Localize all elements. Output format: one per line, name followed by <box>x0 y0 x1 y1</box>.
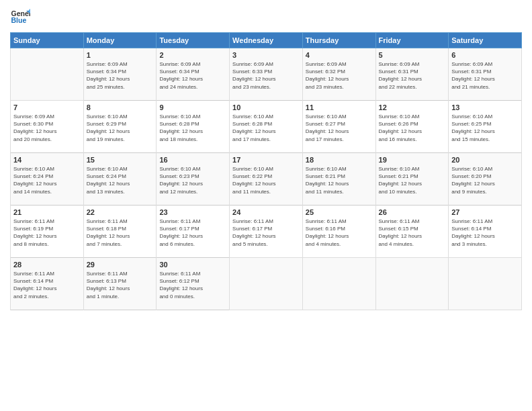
calendar-cell <box>230 258 303 310</box>
col-header-sunday: Sunday <box>11 33 84 48</box>
day-info: Sunrise: 6:09 AM Sunset: 6:31 PM Dayligh… <box>451 60 519 91</box>
week-row-4: 21Sunrise: 6:11 AM Sunset: 6:19 PM Dayli… <box>11 205 522 258</box>
day-info: Sunrise: 6:11 AM Sunset: 6:16 PM Dayligh… <box>306 218 373 248</box>
calendar-cell: 1Sunrise: 6:09 AM Sunset: 6:34 PM Daylig… <box>83 48 157 101</box>
day-number: 17 <box>232 156 300 164</box>
calendar-cell: 22Sunrise: 6:11 AM Sunset: 6:18 PM Dayli… <box>83 205 157 258</box>
calendar-cell: 6Sunrise: 6:09 AM Sunset: 6:31 PM Daylig… <box>449 48 522 101</box>
calendar-cell <box>302 258 375 310</box>
day-number: 5 <box>379 51 446 59</box>
day-number: 27 <box>451 208 519 216</box>
calendar-cell <box>11 48 84 101</box>
calendar-cell: 30Sunrise: 6:11 AM Sunset: 6:12 PM Dayli… <box>157 258 230 310</box>
day-number: 6 <box>451 51 519 59</box>
day-number: 20 <box>451 156 519 164</box>
calendar-cell: 3Sunrise: 6:09 AM Sunset: 6:33 PM Daylig… <box>230 48 303 101</box>
calendar-cell: 13Sunrise: 6:10 AM Sunset: 6:25 PM Dayli… <box>449 101 522 153</box>
col-header-wednesday: Wednesday <box>230 33 303 48</box>
calendar-cell: 2Sunrise: 6:09 AM Sunset: 6:34 PM Daylig… <box>157 48 230 101</box>
day-number: 13 <box>451 103 519 111</box>
calendar-cell: 12Sunrise: 6:10 AM Sunset: 6:26 PM Dayli… <box>375 101 449 153</box>
week-row-5: 28Sunrise: 6:11 AM Sunset: 6:14 PM Dayli… <box>11 258 522 310</box>
calendar-cell: 20Sunrise: 6:10 AM Sunset: 6:20 PM Dayli… <box>449 153 522 205</box>
calendar-cell: 17Sunrise: 6:10 AM Sunset: 6:22 PM Dayli… <box>230 153 303 205</box>
day-number: 24 <box>232 208 300 216</box>
col-header-saturday: Saturday <box>449 33 522 48</box>
day-number: 1 <box>87 51 154 59</box>
calendar-cell: 15Sunrise: 6:10 AM Sunset: 6:24 PM Dayli… <box>83 153 157 205</box>
day-info: Sunrise: 6:11 AM Sunset: 6:12 PM Dayligh… <box>159 270 226 300</box>
day-info: Sunrise: 6:11 AM Sunset: 6:19 PM Dayligh… <box>13 218 81 248</box>
day-number: 9 <box>159 103 226 111</box>
col-header-thursday: Thursday <box>302 33 375 48</box>
calendar-cell: 25Sunrise: 6:11 AM Sunset: 6:16 PM Dayli… <box>302 205 375 258</box>
day-info: Sunrise: 6:10 AM Sunset: 6:26 PM Dayligh… <box>379 113 446 143</box>
day-info: Sunrise: 6:10 AM Sunset: 6:20 PM Dayligh… <box>451 165 519 195</box>
calendar-cell: 29Sunrise: 6:11 AM Sunset: 6:13 PM Dayli… <box>83 258 157 310</box>
day-number: 14 <box>13 156 81 164</box>
day-info: Sunrise: 6:09 AM Sunset: 6:33 PM Dayligh… <box>232 60 300 91</box>
calendar-cell: 10Sunrise: 6:10 AM Sunset: 6:28 PM Dayli… <box>230 101 303 153</box>
day-info: Sunrise: 6:10 AM Sunset: 6:28 PM Dayligh… <box>159 113 226 143</box>
day-info: Sunrise: 6:11 AM Sunset: 6:17 PM Dayligh… <box>232 218 300 248</box>
calendar-cell: 8Sunrise: 6:10 AM Sunset: 6:29 PM Daylig… <box>83 101 157 153</box>
day-info: Sunrise: 6:09 AM Sunset: 6:31 PM Dayligh… <box>379 60 446 91</box>
day-info: Sunrise: 6:11 AM Sunset: 6:14 PM Dayligh… <box>13 270 81 300</box>
day-info: Sunrise: 6:11 AM Sunset: 6:14 PM Dayligh… <box>451 218 519 248</box>
calendar-cell <box>449 258 522 310</box>
day-number: 15 <box>87 156 154 164</box>
day-number: 2 <box>159 51 226 59</box>
calendar-table: SundayMondayTuesdayWednesdayThursdayFrid… <box>10 32 522 310</box>
day-info: Sunrise: 6:09 AM Sunset: 6:32 PM Dayligh… <box>306 60 373 91</box>
day-info: Sunrise: 6:10 AM Sunset: 6:23 PM Dayligh… <box>159 165 226 195</box>
day-number: 10 <box>232 103 300 111</box>
day-number: 28 <box>13 261 81 269</box>
day-info: Sunrise: 6:10 AM Sunset: 6:25 PM Dayligh… <box>451 113 519 143</box>
page: General Blue SundayMondayTuesdayWednesda… <box>0 0 532 411</box>
day-info: Sunrise: 6:10 AM Sunset: 6:27 PM Dayligh… <box>306 113 373 143</box>
day-number: 16 <box>159 156 226 164</box>
week-row-1: 1Sunrise: 6:09 AM Sunset: 6:34 PM Daylig… <box>11 48 522 101</box>
day-number: 29 <box>87 261 154 269</box>
header-row: SundayMondayTuesdayWednesdayThursdayFrid… <box>11 33 522 48</box>
calendar-cell: 7Sunrise: 6:09 AM Sunset: 6:30 PM Daylig… <box>11 101 84 153</box>
calendar-cell: 23Sunrise: 6:11 AM Sunset: 6:17 PM Dayli… <box>157 205 230 258</box>
day-info: Sunrise: 6:09 AM Sunset: 6:34 PM Dayligh… <box>87 60 154 91</box>
day-number: 22 <box>87 208 154 216</box>
day-number: 18 <box>306 156 373 164</box>
calendar-cell: 14Sunrise: 6:10 AM Sunset: 6:24 PM Dayli… <box>11 153 84 205</box>
calendar-cell: 28Sunrise: 6:11 AM Sunset: 6:14 PM Dayli… <box>11 258 84 310</box>
day-number: 25 <box>306 208 373 216</box>
day-info: Sunrise: 6:10 AM Sunset: 6:21 PM Dayligh… <box>379 165 446 195</box>
day-info: Sunrise: 6:11 AM Sunset: 6:18 PM Dayligh… <box>87 218 154 248</box>
week-row-2: 7Sunrise: 6:09 AM Sunset: 6:30 PM Daylig… <box>11 101 522 153</box>
calendar-cell: 5Sunrise: 6:09 AM Sunset: 6:31 PM Daylig… <box>375 48 449 101</box>
day-info: Sunrise: 6:10 AM Sunset: 6:29 PM Dayligh… <box>87 113 154 143</box>
day-number: 12 <box>379 103 446 111</box>
calendar-cell: 19Sunrise: 6:10 AM Sunset: 6:21 PM Dayli… <box>375 153 449 205</box>
day-number: 8 <box>87 103 154 111</box>
day-number: 3 <box>232 51 300 59</box>
col-header-monday: Monday <box>83 33 157 48</box>
day-info: Sunrise: 6:11 AM Sunset: 6:13 PM Dayligh… <box>87 270 154 300</box>
calendar-cell: 21Sunrise: 6:11 AM Sunset: 6:19 PM Dayli… <box>11 205 84 258</box>
logo: General Blue <box>10 7 30 27</box>
col-header-friday: Friday <box>375 33 449 48</box>
calendar-cell: 4Sunrise: 6:09 AM Sunset: 6:32 PM Daylig… <box>302 48 375 101</box>
day-info: Sunrise: 6:10 AM Sunset: 6:24 PM Dayligh… <box>87 165 154 195</box>
day-number: 7 <box>13 103 81 111</box>
day-info: Sunrise: 6:11 AM Sunset: 6:15 PM Dayligh… <box>379 218 446 248</box>
day-info: Sunrise: 6:10 AM Sunset: 6:24 PM Dayligh… <box>13 165 81 195</box>
calendar-cell: 24Sunrise: 6:11 AM Sunset: 6:17 PM Dayli… <box>230 205 303 258</box>
calendar-cell: 26Sunrise: 6:11 AM Sunset: 6:15 PM Dayli… <box>375 205 449 258</box>
calendar-cell: 16Sunrise: 6:10 AM Sunset: 6:23 PM Dayli… <box>157 153 230 205</box>
calendar-cell: 27Sunrise: 6:11 AM Sunset: 6:14 PM Dayli… <box>449 205 522 258</box>
day-info: Sunrise: 6:11 AM Sunset: 6:17 PM Dayligh… <box>159 218 226 248</box>
day-number: 4 <box>306 51 373 59</box>
col-header-tuesday: Tuesday <box>157 33 230 48</box>
calendar-cell: 11Sunrise: 6:10 AM Sunset: 6:27 PM Dayli… <box>302 101 375 153</box>
svg-text:Blue: Blue <box>11 16 27 24</box>
week-row-3: 14Sunrise: 6:10 AM Sunset: 6:24 PM Dayli… <box>11 153 522 205</box>
day-info: Sunrise: 6:09 AM Sunset: 6:30 PM Dayligh… <box>13 113 81 143</box>
day-number: 30 <box>159 261 226 269</box>
